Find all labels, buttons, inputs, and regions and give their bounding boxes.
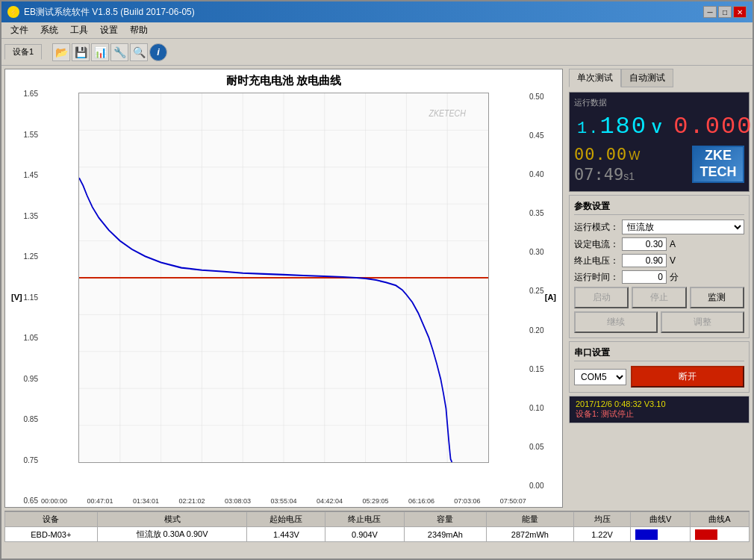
com-select[interactable]: COM1 COM2 COM3 COM4 COM5 [574, 369, 626, 385]
y-right-tick: 0.30 [529, 248, 543, 256]
chart-icon[interactable]: 📊 [91, 43, 109, 61]
control-buttons-row2: 继续 调整 [574, 311, 744, 333]
menu-file[interactable]: 文件 [4, 22, 34, 38]
y-right-tick: 0.45 [529, 131, 543, 140]
continue-button[interactable]: 继续 [574, 311, 658, 333]
current-input[interactable]: 0.30 [622, 237, 667, 251]
x-axis: 00:00:00 00:47:01 01:34:01 02:21:02 03:0… [41, 497, 526, 505]
main-window: ⚡ EB测试系统软件 V1.8.5 (Build 2017-06-05) ─ □… [0, 0, 754, 560]
col-energy: 能量 [487, 512, 573, 527]
y-tick: 0.65 [24, 497, 38, 505]
wrench-icon[interactable]: 🔧 [110, 43, 128, 61]
chart-svg: ZKETECH [79, 93, 488, 462]
maximize-button[interactable]: □ [718, 6, 732, 18]
panel-tabs: 单次测试 自动测试 [569, 69, 750, 87]
x-tick: 07:50:07 [500, 497, 526, 505]
data-display: 运行数据 1.180 V 0.000 A [569, 92, 750, 192]
title-bar: ⚡ EB测试系统软件 V1.8.5 (Build 2017-06-05) ─ □… [1, 1, 753, 22]
menu-help[interactable]: 帮助 [124, 22, 154, 38]
cell-end-v: 0.904V [325, 527, 404, 542]
y-right-tick: 0.35 [529, 209, 543, 217]
control-buttons-row1: 启动 停止 监测 [574, 287, 744, 308]
stop-button[interactable]: 停止 [632, 287, 686, 308]
watermark-text: ZKETECH [429, 108, 467, 118]
tab-auto-test[interactable]: 自动测试 [621, 69, 673, 87]
y-right-tick: 0.10 [529, 404, 543, 412]
voltage-display: 1.180 [574, 111, 650, 142]
open-icon[interactable]: 📂 [52, 43, 70, 61]
status-datetime: 2017/12/6 0:48:32 V3.10 [576, 399, 743, 408]
save-icon[interactable]: 💾 [72, 43, 90, 61]
chart-inner: ZKETECH [78, 93, 489, 463]
x-tick: 00:47:01 [87, 497, 113, 505]
y-axis-left: 1.65 1.55 1.45 1.35 1.25 1.15 1.05 0.95 … [5, 90, 41, 505]
x-tick: 01:34:01 [133, 497, 159, 505]
time-unit-label: 分 [670, 271, 685, 284]
minimize-button[interactable]: ─ [703, 6, 717, 18]
y-tick: 1.65 [24, 90, 38, 98]
adjust-button[interactable]: 调整 [661, 311, 744, 333]
menu-system[interactable]: 系统 [34, 22, 64, 38]
menu-bar: 文件 系统 工具 设置 帮助 [1, 22, 753, 39]
disconnect-button[interactable]: 断开 [631, 366, 744, 388]
data-table: 设备 模式 起始电压 终止电压 容量 能量 均压 曲线V 曲线A EBD-M03… [4, 511, 750, 542]
power-time-row: 00.00 W 07:49 s1 ZKETECH [574, 145, 744, 184]
current-display: 0.000 [670, 111, 753, 142]
window-controls: ─ □ ✕ [703, 6, 747, 18]
toolbar: 设备1 📂 💾 📊 🔧 🔍 i [1, 39, 753, 66]
close-button[interactable]: ✕ [733, 6, 747, 18]
window-title: EB测试系统软件 V1.8.5 (Build 2017-06-05) [24, 6, 195, 19]
col-curve-a: 曲线A [690, 512, 749, 527]
time-input[interactable]: 0 [622, 270, 667, 284]
monitor-button[interactable]: 监测 [690, 287, 744, 308]
x-tick: 05:29:05 [362, 497, 388, 505]
menu-tools[interactable]: 工具 [64, 22, 94, 38]
x-tick: 04:42:04 [317, 497, 343, 505]
mode-select[interactable]: 恒流放 [622, 220, 744, 234]
voltage-current-row: 1.180 V 0.000 A [574, 111, 744, 142]
time-display: 07:49 [574, 165, 623, 184]
time-row: 运行时间： 0 分 [574, 270, 744, 284]
tab-single-test[interactable]: 单次测试 [569, 69, 621, 87]
y-tick: 0.95 [24, 375, 38, 383]
info-icon[interactable]: i [149, 43, 167, 61]
col-capacity: 容量 [404, 512, 487, 527]
voltage-row: 终止电压： 0.90 V [574, 254, 744, 267]
search-icon[interactable]: 🔍 [130, 43, 148, 61]
start-button[interactable]: 启动 [574, 287, 629, 308]
y-axis-right: 0.50 0.45 0.40 0.35 0.30 0.25 0.20 0.15 … [526, 93, 562, 490]
com-section: 串口设置 COM1 COM2 COM3 COM4 COM5 断开 [569, 341, 750, 393]
app-icon: ⚡ [7, 6, 19, 18]
device-status: 设备1: 测试停止 [576, 408, 743, 420]
right-panel: 单次测试 自动测试 运行数据 1.180 V 0.000 [566, 66, 753, 511]
y-tick: 1.35 [24, 212, 38, 220]
mode-row: 运行模式： 恒流放 [574, 220, 744, 234]
device-tab[interactable]: 设备1 [4, 44, 42, 60]
y-tick: 1.55 [24, 131, 38, 139]
cell-curve-a [690, 527, 749, 542]
voltage-input[interactable]: 0.90 [622, 254, 667, 267]
params-section: 参数设置 运行模式： 恒流放 设定电流： 0.30 A 终止电压： 0.90 V [569, 195, 750, 338]
voltage-unit-label: V [670, 255, 685, 266]
current-label: 设定电流： [574, 238, 619, 251]
chart-title: 耐时充电电池 放电曲线 [5, 69, 562, 90]
com-row: COM1 COM2 COM3 COM4 COM5 断开 [574, 366, 744, 388]
y-right-tick: 0.15 [529, 365, 543, 373]
com-section-title: 串口设置 [574, 346, 744, 361]
y-right-tick: 0.05 [529, 443, 543, 451]
y-right-tick: 0.00 [529, 482, 543, 490]
cell-curve-v [631, 527, 690, 542]
table-row: EBD-M03+ 恒流放 0.30A 0.90V 1.443V 0.904V 2… [5, 527, 750, 542]
col-start-v: 起始电压 [247, 512, 325, 527]
x-tick: 03:08:03 [225, 497, 251, 505]
zke-logo: ZKETECH [692, 146, 744, 183]
cell-mode: 恒流放 0.30A 0.90V [97, 527, 247, 542]
x-tick: 03:55:04 [270, 497, 296, 505]
y-right-tick: 0.40 [529, 170, 543, 178]
menu-settings[interactable]: 设置 [94, 22, 124, 38]
data-table-area: 设备 模式 起始电压 终止电压 容量 能量 均压 曲线V 曲线A EBD-M03… [4, 511, 750, 556]
current-unit-label: A [670, 239, 685, 249]
status-bar: 2017/12/6 0:48:32 V3.10 设备1: 测试停止 [569, 396, 750, 423]
cell-avg-v: 1.22V [573, 527, 631, 542]
col-device: 设备 [5, 512, 98, 527]
